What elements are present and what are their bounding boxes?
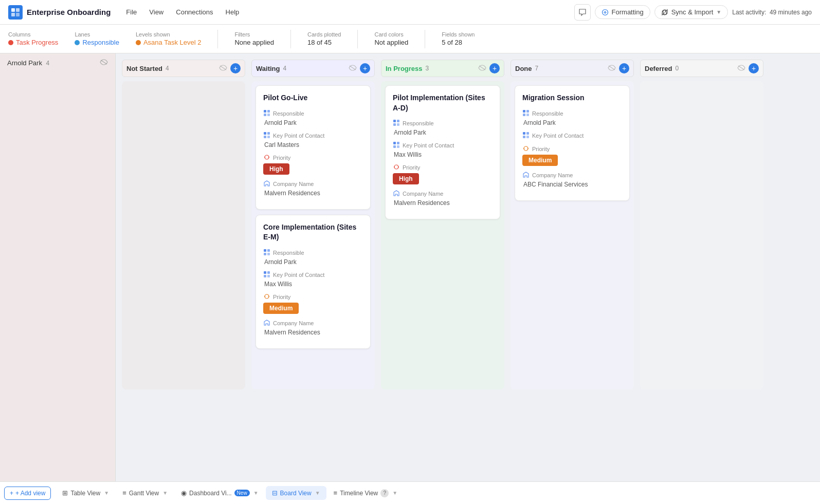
svg-rect-0: [11, 8, 15, 12]
svg-rect-32: [397, 120, 399, 122]
card-core-impl-priority-badge: Medium: [263, 303, 299, 314]
card-pilot-impl-responsible: Responsible Arnold Park: [393, 119, 493, 136]
formatting-icon: [602, 9, 609, 16]
card-core-impl-company: Company Name Malvern Residences: [263, 319, 363, 336]
lanes-dot: [75, 40, 80, 45]
tab-board-view[interactable]: ⊟ Board View ▼: [266, 486, 326, 500]
card-pilot-impl-company: Company Name Malvern Residences: [393, 190, 493, 207]
done-hide-button[interactable]: [607, 63, 617, 73]
dashboard-view-label: Dashboard Vi...: [189, 490, 232, 497]
tab-table-view[interactable]: ⊞ Table View ▼: [56, 486, 115, 500]
sync-caret: ▼: [716, 9, 721, 15]
formatting-button[interactable]: Formatting: [595, 5, 650, 19]
svg-point-28: [264, 296, 265, 297]
svg-point-18: [268, 156, 269, 157]
column-waiting: Waiting 4 + Pilot Go-Live: [251, 60, 375, 475]
tab-gantt-view[interactable]: ≡ Gantt View ▼: [116, 486, 174, 500]
svg-rect-19: [264, 249, 266, 252]
add-view-button[interactable]: + + Add view: [4, 487, 51, 500]
toolbar-fields-shown-value[interactable]: 5 of 28: [442, 39, 475, 46]
column-title-deferred: Deferred 0: [645, 65, 679, 72]
in-progress-add-button[interactable]: +: [489, 63, 500, 73]
svg-point-17: [264, 156, 265, 157]
in-progress-count: 3: [426, 65, 429, 72]
lane-panel: Arnold Park 4: [0, 53, 116, 481]
svg-line-42: [609, 66, 615, 70]
toolbar-filters-value[interactable]: None applied: [234, 39, 274, 46]
column-in-progress: In Progress 3 + Pilot Implementation (Si…: [381, 60, 504, 475]
columns-container: Not Started 4 + Waiting 4: [116, 53, 820, 481]
svg-point-52: [523, 147, 524, 148]
lane-name: Arnold Park: [7, 59, 42, 67]
svg-rect-23: [264, 271, 266, 274]
svg-rect-37: [393, 145, 396, 148]
toolbar-cards-plotted-value[interactable]: 18 of 45: [307, 39, 341, 46]
toolbar-filters: Filters None applied: [234, 31, 274, 46]
svg-line-54: [738, 66, 744, 70]
kpc-icon-4: [522, 132, 530, 140]
nav-view[interactable]: View: [144, 6, 169, 18]
deferred-add-button[interactable]: +: [749, 63, 759, 73]
svg-rect-25: [264, 275, 266, 277]
not-started-hide-button[interactable]: [218, 63, 228, 73]
nav-connections[interactable]: Connections: [171, 6, 218, 18]
lane-hide-button[interactable]: [100, 59, 108, 67]
add-view-label: + Add view: [15, 490, 45, 497]
svg-rect-31: [393, 120, 396, 122]
in-progress-hide-button[interactable]: [477, 63, 487, 73]
card-core-impl-title[interactable]: Core Implementation (Sites E-M): [263, 222, 363, 242]
board-area: Arnold Park 4 Not Started 4 +: [0, 53, 820, 481]
col-actions-deferred: +: [736, 63, 759, 73]
card-migration-priority: Priority Medium: [522, 145, 622, 166]
card-pilot-impl-title[interactable]: Pilot Implementation (Sites A-D): [393, 93, 493, 113]
toolbar-card-colors: Card colors Not applied: [374, 31, 408, 46]
column-done: Done 7 + Migration Session: [511, 60, 634, 475]
svg-rect-44: [526, 110, 529, 113]
svg-rect-47: [523, 132, 525, 135]
deferred-hide-button[interactable]: [736, 63, 746, 73]
card-migration-responsible-value: Arnold Park: [522, 119, 622, 126]
sync-import-button[interactable]: Sync & Import ▼: [654, 5, 728, 19]
col-actions-done: +: [607, 63, 629, 73]
nav-help[interactable]: Help: [221, 6, 245, 18]
last-activity: Last activity: 49 minutes ago: [732, 9, 812, 16]
gantt-view-label: Gantt View: [129, 490, 159, 497]
card-pilot-golive-title[interactable]: Pilot Go-Live: [263, 93, 363, 103]
table-view-label: Table View: [70, 490, 100, 497]
chat-icon-button[interactable]: [574, 4, 591, 21]
priority-icon: [263, 154, 270, 162]
toolbar-card-colors-value[interactable]: Not applied: [374, 39, 408, 46]
column-body-waiting: Pilot Go-Live Responsible Arnold Park: [251, 81, 375, 389]
card-pilot-golive-kpc: Key Point of Contact Carl Masters: [263, 132, 363, 148]
card-pilot-golive-company: Company Name Malvern Residences: [263, 180, 363, 197]
column-title-in-progress: In Progress 3: [386, 65, 429, 72]
lane-count: 4: [46, 60, 50, 67]
app-title: Enterprise Onboarding: [27, 8, 111, 16]
col-actions-waiting: +: [348, 63, 370, 73]
timeline-help-icon[interactable]: ?: [380, 489, 389, 497]
svg-rect-45: [523, 114, 525, 116]
toolbar-columns-value[interactable]: Task Progress: [8, 39, 58, 46]
table-view-caret: ▼: [104, 490, 109, 496]
tab-timeline-view[interactable]: ≡ Timeline View ? ▼: [327, 486, 404, 500]
nav-file[interactable]: File: [121, 6, 142, 18]
svg-rect-10: [264, 114, 266, 116]
column-body-done: Migration Session Responsible Arnold Par…: [511, 81, 634, 389]
not-started-add-button[interactable]: +: [230, 63, 241, 73]
tab-dashboard-view[interactable]: ◉ Dashboard Vi... New ▼: [175, 486, 264, 500]
toolbar-levels-value[interactable]: Asana Task Level 2: [136, 39, 202, 46]
toolbar-divider-1: [217, 30, 218, 48]
waiting-add-button[interactable]: +: [360, 63, 370, 73]
card-pilot-impl-kpc-value: Max Willis: [393, 151, 493, 158]
dashboard-new-badge: New: [234, 490, 250, 496]
card-core-impl-company-value: Malvern Residences: [263, 329, 363, 336]
card-pilot-golive-priority: Priority High: [263, 154, 363, 175]
toolbar-lanes-value[interactable]: Responsible: [75, 39, 119, 46]
card-migration-title[interactable]: Migration Session: [522, 93, 622, 103]
waiting-hide-button[interactable]: [348, 63, 358, 73]
svg-rect-26: [267, 275, 270, 277]
toolbar-levels: Levels shown Asana Task Level 2: [136, 31, 202, 46]
done-add-button[interactable]: +: [619, 63, 629, 73]
company-icon: [263, 180, 270, 188]
column-not-started: Not Started 4 +: [122, 60, 245, 475]
